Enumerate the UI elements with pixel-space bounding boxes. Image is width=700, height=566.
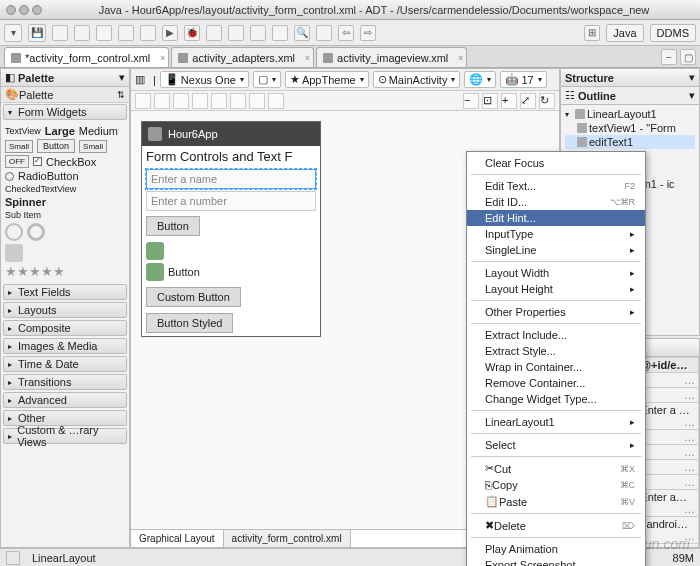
search-button[interactable]: 🔍	[294, 25, 310, 41]
menu-icon[interactable]: ▾	[119, 71, 125, 84]
menu-single-line[interactable]: SingleLine▸	[467, 242, 645, 258]
minimize-icon[interactable]	[19, 5, 29, 15]
refresh-button[interactable]: ↻	[539, 93, 555, 109]
outline-node[interactable]: ▾LinearLayout1	[565, 107, 695, 121]
toggle-icon[interactable]	[154, 93, 170, 109]
preview-edittext[interactable]: Enter a number	[146, 191, 316, 211]
toggle-icon[interactable]	[268, 93, 284, 109]
zoom-fit-button[interactable]: ⤢	[520, 93, 536, 109]
menu-clear-focus[interactable]: Clear Focus	[467, 155, 645, 171]
menu-other-properties[interactable]: Other Properties▸	[467, 304, 645, 320]
menu-extract-include[interactable]: Extract Include...	[467, 327, 645, 343]
status-icon[interactable]	[6, 551, 20, 565]
drawer-text-fields[interactable]: ▸Text Fields	[3, 284, 127, 300]
perspective-ddms[interactable]: DDMS	[650, 24, 696, 42]
menu-paste[interactable]: 📋 Paste⌘V	[467, 493, 645, 510]
preview-button[interactable]: Custom Button	[146, 287, 241, 307]
close-icon[interactable]: ×	[305, 53, 310, 63]
checkbox-icon[interactable]	[33, 157, 42, 166]
menu-delete[interactable]: ✖ Delete⌦	[467, 517, 645, 534]
drawer-advanced[interactable]: ▸Advanced	[3, 392, 127, 408]
preview-edittext-selected[interactable]: Enter a name	[146, 169, 316, 189]
menu-layout-height[interactable]: Layout Height▸	[467, 281, 645, 297]
maximize-icon[interactable]: ▢	[680, 49, 696, 65]
close-icon[interactable]	[6, 5, 16, 15]
outline-node-selected[interactable]: editText1	[565, 135, 695, 149]
api-dropdown[interactable]: 🤖 17	[500, 71, 546, 88]
menu-edit-hint[interactable]: Edit Hint...	[467, 210, 645, 226]
toggle-icon[interactable]	[230, 93, 246, 109]
toggle-icon[interactable]	[192, 93, 208, 109]
menu-layout-width[interactable]: Layout Width▸	[467, 265, 645, 281]
menu-export-screenshot[interactable]: Export Screenshot...	[467, 557, 645, 566]
menu-input-type[interactable]: InputType▸	[467, 226, 645, 242]
menu-copy[interactable]: ⎘ Copy⌘C	[467, 477, 645, 493]
drawer-transitions[interactable]: ▸Transitions	[3, 374, 127, 390]
save-button[interactable]: 💾	[28, 24, 46, 42]
tool-icon[interactable]	[52, 25, 68, 41]
drawer-images[interactable]: ▸Images & Media	[3, 338, 127, 354]
menu-remove-container[interactable]: Remove Container...	[467, 375, 645, 391]
minimize-icon[interactable]: −	[661, 49, 677, 65]
editor-tab[interactable]: activity_imageview.xml×	[316, 47, 467, 67]
debug-button[interactable]: 🐞	[184, 25, 200, 41]
toggle-icon[interactable]	[135, 93, 151, 109]
tool-icon[interactable]	[206, 25, 222, 41]
menu-select[interactable]: Select▸	[467, 437, 645, 453]
ratingbar-icon[interactable]: ★★★★★	[5, 264, 125, 279]
menu-linearlayout[interactable]: LinearLayout1▸	[467, 414, 645, 430]
tool-icon[interactable]	[96, 25, 112, 41]
outline-node[interactable]: textView1 - "Form	[565, 121, 695, 135]
close-icon[interactable]: ×	[458, 53, 463, 63]
drawer-form-widgets[interactable]: ▾Form Widgets	[3, 104, 127, 120]
zoom-out-button[interactable]: −	[463, 93, 479, 109]
menu-extract-style[interactable]: Extract Style...	[467, 343, 645, 359]
zoom-reset-button[interactable]: ⊡	[482, 93, 498, 109]
new-button[interactable]: ▾	[4, 24, 22, 42]
menu-icon[interactable]: ▾	[689, 71, 695, 84]
menu-icon[interactable]: ▾	[689, 89, 695, 102]
menu-change-type[interactable]: Change Widget Type...	[467, 391, 645, 407]
preview-heading[interactable]: Form Controls and Text F	[142, 146, 320, 167]
tool-icon[interactable]	[228, 25, 244, 41]
run-button[interactable]: ▶	[162, 25, 178, 41]
menu-edit-text[interactable]: Edit Text...F2	[467, 178, 645, 194]
tool-icon[interactable]	[118, 25, 134, 41]
orientation-dropdown[interactable]: ▢	[253, 71, 281, 88]
editor-tab-active[interactable]: *activity_form_control.xml×	[4, 47, 169, 67]
tool-icon[interactable]	[140, 25, 156, 41]
menu-wrap-container[interactable]: Wrap in Container...	[467, 359, 645, 375]
activity-dropdown[interactable]: ⊙ MainActivity	[373, 71, 461, 88]
preview-button[interactable]: Button	[146, 216, 200, 236]
progress-icon[interactable]	[27, 223, 45, 241]
progress-icon[interactable]	[5, 223, 23, 241]
drawer-time[interactable]: ▸Time & Date	[3, 356, 127, 372]
editor-tab[interactable]: activity_adapters.xml×	[171, 47, 314, 67]
device-dropdown[interactable]: 📱 Nexus One	[160, 71, 249, 88]
locale-dropdown[interactable]: 🌐	[464, 71, 496, 88]
zoom-in-button[interactable]: +	[501, 93, 517, 109]
zoom-icon[interactable]	[32, 5, 42, 15]
toggle-icon[interactable]	[173, 93, 189, 109]
toggle-icon[interactable]	[211, 93, 227, 109]
config-icon[interactable]: ▥	[135, 73, 149, 87]
theme-dropdown[interactable]: ★ AppTheme	[285, 71, 369, 88]
tab-graphical-layout[interactable]: Graphical Layout	[131, 530, 224, 547]
menu-cut[interactable]: ✂ Cut⌘X	[467, 460, 645, 477]
toggle-icon[interactable]	[249, 93, 265, 109]
tool-icon[interactable]	[272, 25, 288, 41]
forward-button[interactable]: ⇨	[360, 25, 376, 41]
back-button[interactable]: ⇦	[338, 25, 354, 41]
palette-subheader[interactable]: 🎨 Palette ⇅	[1, 87, 129, 103]
open-perspective-button[interactable]: ⊞	[584, 25, 600, 41]
menu-play-animation[interactable]: Play Animation	[467, 541, 645, 557]
menu-edit-id[interactable]: Edit ID...⌥⌘R	[467, 194, 645, 210]
radio-icon[interactable]	[5, 172, 14, 181]
tool-icon[interactable]	[316, 25, 332, 41]
quickcontact-icon[interactable]	[5, 244, 23, 262]
perspective-java[interactable]: Java	[606, 24, 643, 42]
tool-icon[interactable]	[250, 25, 266, 41]
close-icon[interactable]: ×	[160, 53, 165, 63]
preview-button[interactable]: Button	[146, 263, 316, 281]
chevron-icon[interactable]: ⇅	[117, 90, 125, 100]
